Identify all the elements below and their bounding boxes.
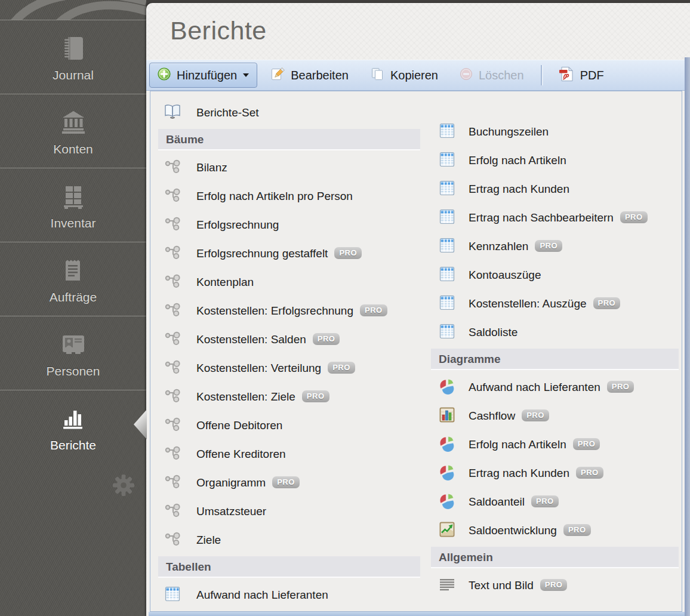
tree-icon — [164, 388, 181, 406]
pro-badge: PRO — [313, 333, 340, 345]
menu-item-cashflow[interactable]: CashflowPRO — [424, 402, 682, 430]
toolbar-button-label: Löschen — [479, 69, 524, 82]
pro-badge: PRO — [576, 467, 603, 479]
menu-item-offene-kreditoren[interactable]: Offene Kreditoren — [150, 440, 424, 469]
bearbeiten-button[interactable]: Bearbeiten — [262, 63, 357, 88]
menu-item-offene-debitoren[interactable]: Offene Debitoren — [150, 411, 424, 440]
menu-item-buchungszeilen[interactable]: Buchungszeilen — [424, 118, 682, 146]
hinzufugen-button[interactable]: Hinzufügen — [149, 63, 257, 88]
menu-item-label: Saldoanteil — [469, 495, 525, 509]
menu-item-text-und-bild[interactable]: Text und BildPRO — [424, 571, 682, 600]
menu-item-label: Saldoliste — [469, 326, 518, 339]
menu-item-erfolg-nach-artikeln[interactable]: Erfolg nach Artikeln — [424, 146, 682, 175]
menu-item-kostenstellen-verteilung[interactable]: Kostenstellen: VerteilungPRO — [150, 354, 424, 383]
sidebar-item-journal[interactable]: Journal — [0, 20, 146, 94]
tree-icon — [164, 273, 181, 292]
menu-item-erfolgsrechnung[interactable]: Erfolgsrechnung — [150, 211, 424, 239]
menu-item-aufwand-nach-lieferanten[interactable]: Aufwand nach Lieferanten — [150, 581, 424, 609]
orders-icon — [60, 257, 87, 287]
table-icon — [439, 123, 455, 141]
menu-item-label: Kontoauszüge — [469, 269, 541, 282]
sidebar-item-konten[interactable]: Konten — [0, 94, 146, 168]
tree-icon — [164, 331, 181, 349]
pie-icon — [439, 492, 455, 512]
pro-badge: PRO — [334, 247, 362, 259]
menu-item-kostenstellen-ziele[interactable]: Kostenstellen: ZielePRO — [150, 383, 424, 411]
menu-item-aufwand-nach-lieferanten[interactable]: Aufwand nach LieferantenPRO — [424, 373, 682, 402]
toolbar-button-label: Kopieren — [390, 69, 438, 82]
tree-icon — [164, 417, 181, 435]
inventory-icon — [60, 183, 87, 212]
menu-item-label: Berichte-Set — [196, 106, 259, 119]
pro-badge: PRO — [563, 524, 591, 536]
menu-item-erfolg-nach-artikeln-pro-person[interactable]: Erfolg nach Artikeln pro Person — [150, 182, 424, 211]
page-title: Berichte — [146, 3, 690, 58]
menu-item-erfolgsrechnung-gestaffelt[interactable]: Erfolgsrechnung gestaffeltPRO — [150, 239, 424, 268]
menu-panel-bottom-edge — [149, 612, 685, 616]
menu-item-kostenstellen-auszuge[interactable]: Kostenstellen: AuszügePRO — [424, 289, 682, 318]
main-window: Berichte HinzufügenBearbeitenKopierenLös… — [146, 3, 690, 616]
table-icon — [439, 266, 455, 285]
menu-item-ziele[interactable]: Ziele — [150, 526, 424, 555]
menu-item-kennzahlen[interactable]: KennzahlenPRO — [424, 232, 682, 261]
kopieren-button[interactable]: Kopieren — [362, 63, 446, 88]
menu-item-ertrag-nach-kunden[interactable]: Ertrag nach Kunden — [424, 175, 682, 204]
sidebar-item-personen[interactable]: Personen — [0, 316, 146, 390]
menu-item-label: Saldoentwicklung — [469, 524, 557, 537]
section-header-tabellen: Tabellen — [158, 556, 420, 578]
menu-item-label: Erfolgsrechnung gestaffelt — [196, 247, 328, 260]
menu-item-berichte-set[interactable]: Berichte-Set — [150, 98, 424, 127]
menu-item-label: Offene Debitoren — [196, 419, 282, 432]
menu-item-kostenstellen-salden[interactable]: Kostenstellen: SaldenPRO — [150, 325, 424, 354]
toolbar-button-label: Hinzufügen — [177, 69, 237, 82]
pro-badge: PRO — [302, 390, 329, 402]
toolbar-separator — [541, 65, 542, 85]
table-icon — [439, 209, 455, 227]
menu-item-organigramm[interactable]: OrganigrammPRO — [150, 469, 424, 497]
menu-item-ertrag-nach-kunden[interactable]: Ertrag nach KundenPRO — [424, 459, 682, 488]
section-header-diagramme: Diagramme — [431, 349, 679, 370]
menu-item-label: Ertrag nach Kunden — [469, 467, 569, 480]
delete-icon — [460, 67, 473, 84]
bank-icon — [60, 109, 87, 138]
menu-column-left: Berichte-SetBäumeBilanzErfolg nach Artik… — [150, 91, 424, 611]
menu-item-kostenstellen-erfolgsrechnung[interactable]: Kostenstellen: ErfolgsrechnungPRO — [150, 297, 424, 325]
tree-icon — [164, 359, 181, 378]
toolbar-button-label: Bearbeiten — [291, 69, 349, 82]
menu-item-label: Umsatzsteuer — [196, 505, 266, 518]
settings-button[interactable] — [112, 473, 135, 497]
menu-item-saldoanteil[interactable]: SaldoanteilPRO — [424, 488, 682, 516]
menu-column-right: BuchungszeilenErfolg nach ArtikelnErtrag… — [424, 91, 682, 611]
menu-item-saldoliste[interactable]: Saldoliste — [424, 318, 682, 347]
section-header-label: Bäume — [166, 133, 204, 146]
sidebar-item-inventar[interactable]: Inventar — [0, 168, 146, 242]
sidebar-item-auftrage[interactable]: Aufträge — [0, 242, 146, 316]
dropdown-caret-icon — [243, 73, 249, 77]
menu-item-kontenplan[interactable]: Kontenplan — [150, 268, 424, 297]
menu-item-kontoauszuge[interactable]: Kontoauszüge — [424, 261, 682, 289]
pro-badge: PRO — [535, 240, 562, 252]
menu-item-label: Kostenstellen: Auszüge — [469, 297, 587, 310]
section-header-label: Allgemein — [439, 551, 493, 563]
sidebar-item-berichte[interactable]: Berichte — [0, 390, 146, 464]
menu-item-ertrag-nach-sachbearbeitern[interactable]: Ertrag nach SachbearbeiternPRO — [424, 204, 682, 232]
sidebar: JournalKontenInventarAufträgePersonenBer… — [0, 0, 146, 616]
reports-icon — [60, 405, 87, 435]
menu-item-umsatzsteuer[interactable]: Umsatzsteuer — [150, 497, 424, 526]
pro-badge: PRO — [360, 304, 387, 316]
toolbar-button-label: PDF — [580, 69, 604, 82]
menu-item-label: Erfolgsrechnung — [196, 218, 279, 232]
menu-item-bilanz[interactable]: Bilanz — [150, 153, 424, 182]
pdf-icon — [559, 66, 574, 85]
menu-item-label: Ertrag nach Kunden — [469, 183, 569, 196]
book-icon — [164, 104, 181, 122]
section-header-allgemein: Allgemein — [431, 547, 679, 568]
menu-item-saldoentwicklung[interactable]: SaldoentwicklungPRO — [424, 516, 682, 545]
section-header-label: Diagramme — [439, 353, 501, 365]
pdf-button[interactable]: PDF — [550, 63, 612, 88]
menu-item-label: Kostenstellen: Salden — [196, 333, 306, 346]
menu-item-erfolg-nach-artikeln[interactable]: Erfolg nach ArtikelnPRO — [424, 430, 682, 459]
section-header-baume: Bäume — [158, 129, 420, 150]
growth-icon — [439, 522, 455, 540]
loschen-button[interactable]: Löschen — [451, 63, 532, 88]
